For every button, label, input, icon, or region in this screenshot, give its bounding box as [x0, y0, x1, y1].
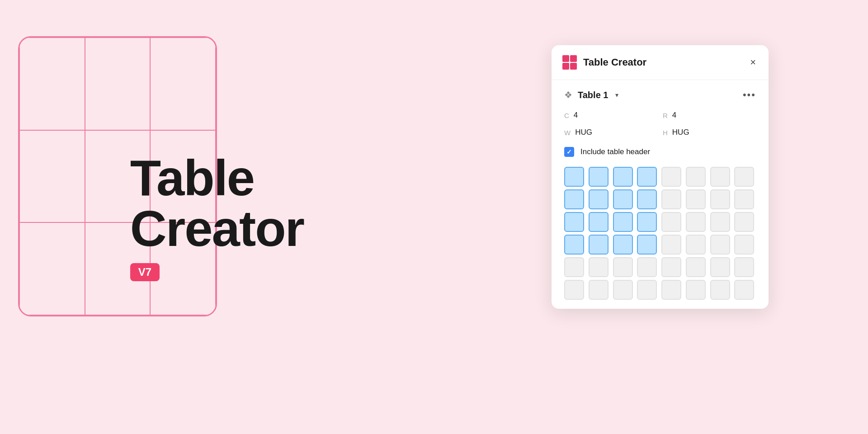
table-name: Table 1	[578, 90, 608, 100]
grid-sel-cell[interactable]	[686, 257, 706, 277]
grid-sel-cell[interactable]	[686, 212, 706, 232]
grid-sel-cell[interactable]	[710, 235, 730, 255]
grid-sel-cell[interactable]	[589, 167, 609, 187]
height-label: H	[663, 129, 668, 137]
row-label: R	[663, 112, 668, 119]
panel-header: Table Creator ×	[552, 45, 769, 80]
width-value[interactable]: HUG	[575, 128, 592, 137]
grid-sel-cell[interactable]	[710, 212, 730, 232]
drag-icon: ❖	[564, 90, 572, 100]
grid-cell	[19, 222, 85, 315]
grid-cell	[19, 38, 85, 130]
width-label: W	[564, 129, 571, 137]
main-title: Table Creator	[130, 153, 304, 254]
grid-sel-cell[interactable]	[686, 280, 706, 300]
grid-sel-cell[interactable]	[613, 189, 633, 209]
grid-sel-cell[interactable]	[637, 189, 657, 209]
grid-sel-cell[interactable]	[661, 167, 681, 187]
table-icon	[562, 55, 577, 70]
height-item: H HUG	[663, 128, 756, 137]
row-dim-item: R 4	[663, 111, 756, 120]
grid-sel-cell[interactable]	[589, 280, 609, 300]
grid-sel-cell[interactable]	[686, 167, 706, 187]
grid-cell	[150, 38, 216, 130]
height-value[interactable]: HUG	[672, 128, 689, 137]
include-header-row[interactable]: ✓ Include table header	[564, 147, 756, 157]
panel-header-left: Table Creator	[562, 55, 646, 70]
grid-sel-cell[interactable]	[710, 257, 730, 277]
left-area: Table Creator V7	[0, 0, 407, 434]
grid-sel-cell[interactable]	[637, 235, 657, 255]
title-line2: Creator	[130, 200, 304, 257]
checkmark-icon: ✓	[566, 148, 572, 156]
grid-sel-cell[interactable]	[564, 257, 584, 277]
grid-sel-cell[interactable]	[686, 189, 706, 209]
chevron-down-icon[interactable]: ▾	[615, 91, 618, 99]
include-header-checkbox[interactable]: ✓	[564, 147, 574, 157]
grid-sel-cell[interactable]	[686, 235, 706, 255]
more-options-button[interactable]: •••	[743, 89, 756, 101]
table-creator-panel: Table Creator × ❖ Table 1 ▾ ••• C 4 R 4	[552, 45, 769, 309]
grid-sel-cell[interactable]	[589, 189, 609, 209]
grid-sel-cell[interactable]	[613, 167, 633, 187]
grid-sel-cell[interactable]	[637, 257, 657, 277]
width-item: W HUG	[564, 128, 657, 137]
col-dim-item: C 4	[564, 111, 657, 120]
grid-sel-cell[interactable]	[710, 189, 730, 209]
grid-sel-cell[interactable]	[734, 257, 754, 277]
grid-sel-cell[interactable]	[734, 235, 754, 255]
table-name-left: ❖ Table 1 ▾	[564, 90, 618, 100]
version-badge: V7	[130, 263, 160, 281]
grid-sel-cell[interactable]	[564, 235, 584, 255]
grid-sel-cell[interactable]	[661, 280, 681, 300]
grid-sel-cell[interactable]	[564, 167, 584, 187]
title-line1: Table	[130, 150, 254, 206]
grid-sel-cell[interactable]	[710, 167, 730, 187]
grid-sel-cell[interactable]	[734, 280, 754, 300]
grid-sel-cell[interactable]	[734, 167, 754, 187]
grid-sel-cell[interactable]	[589, 257, 609, 277]
grid-cell	[85, 38, 151, 130]
grid-sel-cell[interactable]	[589, 235, 609, 255]
grid-sel-cell[interactable]	[613, 257, 633, 277]
dims-row: C 4 R 4	[564, 111, 756, 120]
grid-sel-cell[interactable]	[710, 280, 730, 300]
grid-selector[interactable]	[564, 167, 756, 300]
grid-sel-cell[interactable]	[637, 280, 657, 300]
icon-cell-tr	[570, 55, 577, 62]
icon-cell-tl	[562, 55, 569, 62]
grid-sel-cell[interactable]	[589, 212, 609, 232]
icon-cell-br	[570, 63, 577, 70]
grid-sel-cell[interactable]	[564, 189, 584, 209]
grid-sel-cell[interactable]	[661, 257, 681, 277]
include-header-label: Include table header	[580, 147, 650, 156]
grid-sel-cell[interactable]	[613, 235, 633, 255]
size-row: W HUG H HUG	[564, 128, 756, 137]
grid-sel-cell[interactable]	[734, 189, 754, 209]
panel-title: Table Creator	[583, 57, 646, 68]
row-value[interactable]: 4	[672, 111, 676, 120]
col-label: C	[564, 112, 569, 119]
grid-sel-cell[interactable]	[637, 167, 657, 187]
grid-sel-cell[interactable]	[613, 212, 633, 232]
grid-sel-cell[interactable]	[564, 280, 584, 300]
grid-sel-cell[interactable]	[661, 189, 681, 209]
grid-sel-cell[interactable]	[637, 212, 657, 232]
icon-cell-bl	[562, 63, 569, 70]
table-name-row: ❖ Table 1 ▾ •••	[564, 89, 756, 101]
close-button[interactable]: ×	[750, 57, 756, 67]
grid-cell	[19, 130, 85, 223]
grid-sel-cell[interactable]	[661, 212, 681, 232]
grid-sel-cell[interactable]	[734, 212, 754, 232]
grid-sel-cell[interactable]	[661, 235, 681, 255]
col-value[interactable]: 4	[574, 111, 578, 120]
grid-sel-cell[interactable]	[613, 280, 633, 300]
title-block: Table Creator V7	[130, 153, 304, 281]
panel-body: ❖ Table 1 ▾ ••• C 4 R 4 W HUG H	[552, 80, 769, 300]
grid-sel-cell[interactable]	[564, 212, 584, 232]
